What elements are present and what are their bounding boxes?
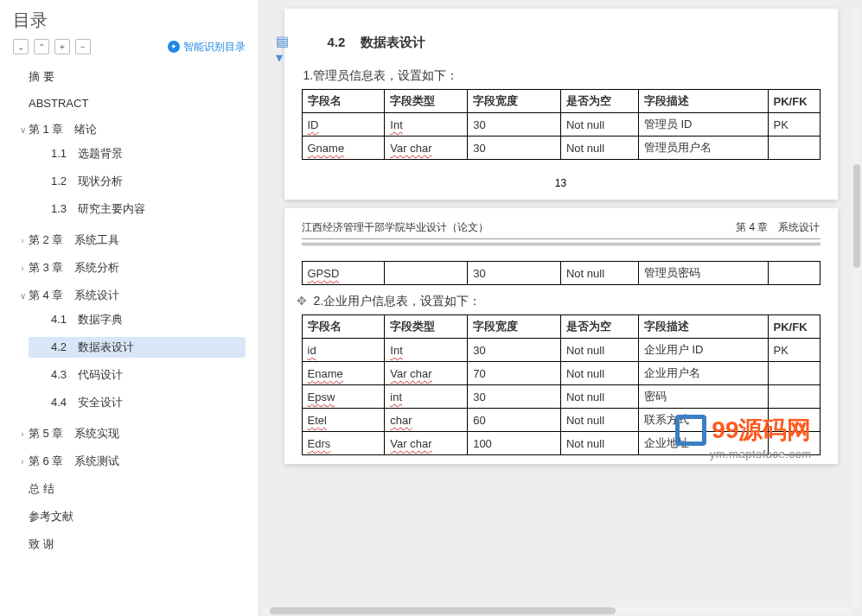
admin-info-table: 字段名字段类型字段宽度是否为空字段描述PK/FKIDInt30Not null管… (302, 89, 820, 160)
table-cell: Not null (560, 385, 638, 409)
table-cell: ID (302, 113, 385, 137)
table-cell (768, 432, 820, 455)
vertical-scrollbar-thumb[interactable] (853, 164, 860, 268)
section-number: 4.2 (328, 35, 346, 49)
table-header: PK/FK (768, 315, 820, 339)
outline-item-label: 4.2 数据表设计 (44, 340, 242, 355)
table-cell: 60 (468, 409, 561, 432)
smart-recognition-label: 智能识别目录 (183, 40, 246, 54)
smart-recognition-link[interactable]: ✦ 智能识别目录 (168, 40, 246, 54)
outline-item-label: 第 5 章 系统实现 (29, 426, 242, 441)
table-cell: int (385, 385, 468, 409)
outline-item[interactable]: ›1.3 研究主要内容 (29, 199, 246, 219)
outline-item[interactable]: ›总 结 (13, 479, 246, 499)
outline-item[interactable]: ›第 5 章 系统实现 (13, 423, 246, 444)
table-cell: Not null (560, 262, 638, 285)
table-cell: Var char (385, 362, 468, 385)
table-cell (768, 385, 820, 409)
table-cell: Not null (560, 409, 638, 432)
table1-caption: 1.管理员信息表，设置如下： (303, 68, 820, 84)
outline-item-label: 1.2 现状分析 (44, 174, 242, 189)
outline-item[interactable]: ∨第 1 章 绪论 (13, 119, 246, 140)
outline-item-label: 1.1 选题背景 (44, 146, 242, 162)
table-header: PK/FK (768, 90, 820, 113)
outline-item[interactable]: ›第 2 章 系统工具 (13, 230, 246, 251)
outline-item[interactable]: ›参考文献 (13, 506, 246, 527)
outline-item[interactable]: ›致 谢 (13, 534, 246, 555)
table-cell: Int (385, 339, 468, 362)
vertical-scrollbar[interactable] (853, 9, 860, 607)
outline-item[interactable]: ›摘 要 (13, 67, 246, 87)
table-cell: 企业用户 ID (638, 339, 768, 362)
outline-item[interactable]: ›4.4 安全设计 (29, 392, 246, 413)
table-cell (768, 362, 820, 385)
expand-all-button[interactable]: ⌄ (13, 39, 29, 54)
section-title: 数据表设计 (361, 35, 425, 49)
table-row: Etelchar60Not null联系方式 (302, 409, 820, 432)
outline-item[interactable]: ›4.3 代码设计 (29, 365, 246, 385)
sidebar-title: 目录 (13, 9, 48, 32)
table-cell: char (385, 409, 468, 432)
table-row: GPSD30Not null管理员密码 (302, 262, 820, 285)
table-cell: PK (768, 339, 820, 362)
chevron-icon: › (16, 429, 29, 439)
outline-item[interactable]: ›第 3 章 系统分析 (13, 257, 246, 278)
outline-item-label: ABSTRACT (29, 97, 242, 110)
horizontal-scrollbar-thumb[interactable] (270, 607, 616, 614)
outline-item[interactable]: ›1.1 选题背景 (29, 143, 246, 164)
table-cell: 30 (468, 137, 561, 160)
outline-item[interactable]: ›1.2 现状分析 (29, 171, 246, 192)
outline-item-label: 第 6 章 系统测试 (29, 454, 242, 469)
table-row: IDInt30Not null管理员 IDPK (302, 113, 820, 137)
page-header-left: 江西经济管理干部学院毕业设计（论文） (302, 220, 488, 235)
table-cell: Not null (560, 432, 638, 455)
table-row: EdrsVar char100Not null企业地址 (302, 432, 820, 455)
outline-item-label: 第 4 章 系统设计 (29, 288, 242, 303)
table-row: Epswint30Not null密码 (302, 385, 820, 409)
table-cell: 30 (468, 113, 561, 137)
outline-item[interactable]: ›第 6 章 系统测试 (13, 451, 246, 472)
table-cell: Var char (385, 432, 468, 455)
table-cell: Epsw (302, 385, 385, 409)
level-decrease-button[interactable]: − (75, 39, 91, 54)
chevron-icon: › (16, 457, 29, 467)
table-cell: Int (385, 113, 468, 137)
table-header: 字段类型 (385, 90, 468, 113)
outline-item[interactable]: ›4.1 数据字典 (29, 309, 246, 330)
table-cell: Gname (302, 137, 385, 160)
smart-icon: ✦ (168, 41, 180, 53)
table-cell: 管理员 ID (638, 113, 768, 137)
document-viewer[interactable]: ▤ ▾ 4.2 数据表设计 1.管理员信息表，设置如下： 字段名字段类型字段宽度… (259, 0, 862, 616)
table-cell (385, 262, 468, 285)
table-row: GnameVar char30Not null管理员用户名 (302, 137, 820, 160)
table2-caption: 2.企业用户信息表，设置如下： (314, 294, 820, 309)
outline-item-label: 致 谢 (29, 537, 242, 552)
table-cell (768, 409, 820, 432)
anchor-icon: ✥ (297, 294, 307, 308)
chevron-icon: › (16, 264, 29, 273)
table-cell: 100 (468, 432, 561, 455)
table-cell (768, 137, 820, 160)
level-increase-button[interactable]: + (54, 39, 70, 54)
outline-item[interactable]: ›ABSTRACT (13, 94, 246, 112)
admin-info-table-cont: GPSD30Not null管理员密码 (302, 261, 820, 285)
page-header-right: 第 4 章 系统设计 (736, 220, 820, 235)
page-header: 江西经济管理干部学院毕业设计（论文） 第 4 章 系统设计 (302, 220, 820, 239)
table-cell: 管理员密码 (638, 262, 768, 285)
document-page-1: ▤ ▾ 4.2 数据表设计 1.管理员信息表，设置如下： 字段名字段类型字段宽度… (284, 9, 838, 200)
document-page-2: 江西经济管理干部学院毕业设计（论文） 第 4 章 系统设计 GPSD30Not … (284, 208, 838, 464)
table-cell: 企业用户名 (638, 362, 768, 385)
page-number: 13 (302, 177, 820, 189)
table-header: 字段描述 (638, 90, 768, 113)
table-cell: Var char (385, 137, 468, 160)
table-cell: 管理员用户名 (638, 137, 768, 160)
table-header: 是否为空 (560, 315, 638, 339)
horizontal-scrollbar[interactable] (261, 607, 853, 614)
sidebar-controls: ⌄ ⌃ + − ✦ 智能识别目录 (13, 39, 246, 54)
outline-item[interactable]: ›4.2 数据表设计 (29, 337, 246, 358)
outline-item-label: 4.3 代码设计 (44, 367, 242, 383)
outline-item[interactable]: ∨第 4 章 系统设计 (13, 285, 246, 306)
collapse-all-button[interactable]: ⌃ (34, 39, 49, 54)
table-cell: PK (768, 113, 820, 137)
table-header: 是否为空 (560, 90, 638, 113)
